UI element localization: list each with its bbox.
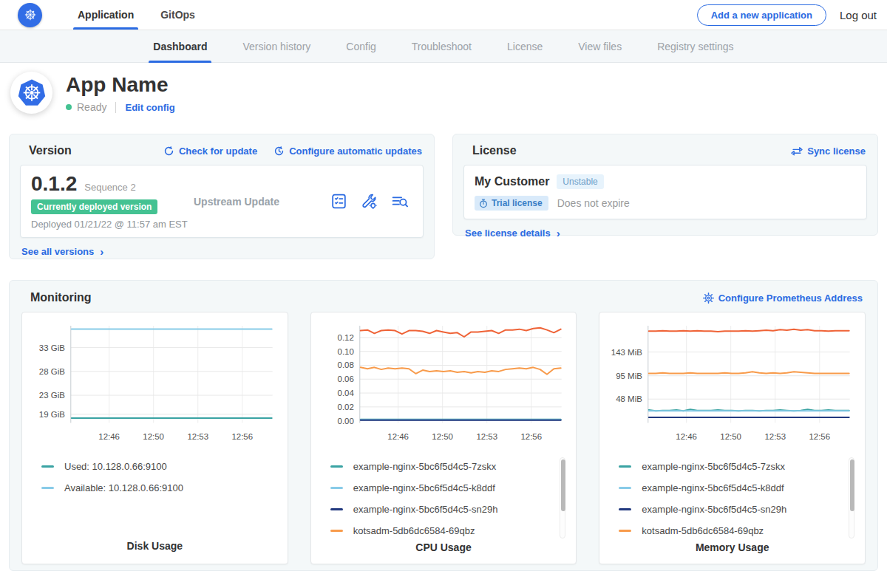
legend-scrollbar: [560, 457, 565, 539]
tab-registry-settings[interactable]: Registry settings: [639, 30, 751, 62]
see-license-details-label: See license details: [465, 228, 551, 239]
svg-text:0.08: 0.08: [337, 360, 353, 369]
svg-text:19 GiB: 19 GiB: [39, 410, 65, 419]
legend-label: example-nginx-5bc6f5d4c5-sn29h: [642, 504, 786, 515]
tab-gitops-label: GitOps: [160, 9, 195, 21]
svg-text:12:46: 12:46: [676, 432, 698, 441]
memory-usage-title: Memory Usage: [608, 541, 856, 556]
legend-item: example-nginx-5bc6f5d4c5-sn29h: [330, 499, 568, 520]
tab-application-label: Application: [78, 9, 134, 21]
gear-icon: [703, 293, 714, 304]
tab-license[interactable]: License: [489, 30, 560, 62]
status-badge: Ready: [77, 101, 106, 113]
scrollbar-thumb[interactable]: [850, 459, 854, 511]
legend-label: example-nginx-5bc6f5d4c5-7zskx: [353, 461, 497, 472]
disk-usage-legend: Used: 10.128.0.66:9100Available: 10.128.…: [31, 456, 279, 502]
add-application-button[interactable]: Add a new application: [697, 4, 826, 26]
tab-config-label: Config: [346, 41, 375, 52]
svg-text:0.00: 0.00: [337, 417, 353, 425]
svg-text:12:46: 12:46: [387, 432, 409, 441]
logout-button[interactable]: Log out: [840, 9, 877, 21]
license-details-box: My Customer Unstable Trial license Does …: [463, 165, 867, 219]
scrollbar-thumb[interactable]: [561, 459, 565, 511]
legend-label: example-nginx-5bc6f5d4c5-7zskx: [642, 461, 785, 472]
configure-prometheus-link[interactable]: Configure Prometheus Address: [703, 293, 863, 304]
refresh-icon: [163, 146, 174, 157]
svg-text:0.02: 0.02: [337, 403, 353, 411]
disk-usage-title: Disk Usage: [31, 540, 279, 555]
view-diff-icon[interactable]: [390, 192, 409, 211]
svg-text:12:56: 12:56: [809, 432, 831, 441]
legend-swatch: [41, 487, 54, 489]
tab-config[interactable]: Config: [328, 30, 393, 62]
legend-swatch: [619, 508, 631, 510]
deployed-timestamp: Deployed 01/21/22 @ 11:57 am EST: [31, 219, 194, 230]
legend-label: Used: 10.128.0.66:9100: [64, 461, 167, 472]
tab-view-files-label: View files: [578, 41, 622, 52]
kubernetes-logo-icon: [18, 3, 42, 27]
edit-config-link[interactable]: Edit config: [125, 102, 174, 113]
sync-license-link[interactable]: Sync license: [791, 146, 866, 157]
license-card-title: License: [472, 144, 517, 157]
app-logo: [10, 72, 52, 114]
legend-item: kotsadm-5db6dc6584-69qbz: [619, 520, 856, 541]
legend-label: example-nginx-5bc6f5d4c5-k8ddf: [353, 482, 495, 493]
version-number: 0.1.2: [31, 174, 77, 194]
svg-text:12:53: 12:53: [765, 432, 786, 441]
svg-text:48 MiB: 48 MiB: [616, 394, 643, 403]
tab-gitops[interactable]: GitOps: [147, 0, 208, 30]
app-sub-nav: Dashboard Version history Config Trouble…: [0, 30, 887, 63]
svg-text:12:53: 12:53: [476, 432, 497, 441]
trial-license-badge: Trial license: [475, 196, 548, 211]
tab-application[interactable]: Application: [64, 0, 147, 30]
monitoring-title: Monitoring: [30, 291, 92, 304]
legend-item: example-nginx-5bc6f5d4c5-7zskx: [619, 456, 856, 477]
legend-swatch: [41, 465, 54, 468]
tab-version-history-label: Version history: [242, 41, 310, 52]
summary-cards-row: Version Check for update Configure au: [9, 134, 878, 259]
legend-label: kotsadm-5db6dc6584-69qbz: [353, 525, 475, 536]
cpu-usage-card: 12:4612:5012:5312:560.000.020.040.060.08…: [310, 312, 577, 564]
legend-label: Available: 10.128.0.66:9100: [64, 482, 183, 493]
app-header: App Name Ready Edit config: [0, 63, 887, 126]
memory-usage-card: 12:4612:5012:5312:5648 MiB95 MiB143 MiB …: [599, 312, 866, 564]
check-for-update-label: Check for update: [179, 146, 257, 157]
charts-row: 12:4612:5012:5312:5619 GiB23 GiB28 GiB33…: [21, 312, 866, 564]
version-card: Version Check for update Configure au: [9, 134, 435, 259]
svg-text:0.12: 0.12: [337, 333, 353, 342]
legend-swatch: [619, 530, 631, 532]
memory-usage-legend: example-nginx-5bc6f5d4c5-7zskxexample-ng…: [608, 456, 856, 541]
configure-automatic-updates-link[interactable]: Configure automatic updates: [273, 146, 422, 157]
legend-scrollbar: [849, 457, 854, 539]
tab-view-files[interactable]: View files: [560, 30, 639, 62]
svg-text:28 GiB: 28 GiB: [39, 367, 65, 376]
svg-text:12:50: 12:50: [143, 432, 164, 441]
tab-version-history[interactable]: Version history: [225, 30, 328, 62]
disk-usage-card: 12:4612:5012:5312:5619 GiB23 GiB28 GiB33…: [21, 312, 288, 564]
see-license-details-link[interactable]: See license details ›: [465, 227, 560, 239]
license-card: License Sync license My Customer Unstabl…: [452, 134, 878, 236]
svg-text:143 MiB: 143 MiB: [611, 348, 642, 357]
edit-config-values-icon[interactable]: [360, 192, 378, 211]
tab-dashboard[interactable]: Dashboard: [135, 30, 225, 62]
svg-text:0.10: 0.10: [337, 347, 353, 356]
kubernetes-logo[interactable]: [18, 0, 42, 30]
see-all-versions-link[interactable]: See all versions ›: [21, 245, 103, 258]
chevron-right-icon: ›: [100, 245, 103, 258]
tab-dashboard-label: Dashboard: [153, 41, 207, 52]
legend-item: kotsadm-5db6dc6584-69qbz: [330, 520, 568, 541]
deployed-badge: Currently deployed version: [31, 199, 157, 214]
version-sequence: Sequence 2: [84, 182, 135, 193]
check-for-update-link[interactable]: Check for update: [163, 146, 257, 157]
preflight-checks-icon[interactable]: [330, 192, 348, 211]
sync-license-label: Sync license: [807, 146, 866, 157]
legend-swatch: [330, 508, 343, 510]
top-nav: Application GitOps Add a new application…: [0, 0, 887, 30]
legend-item: example-nginx-5bc6f5d4c5-k8ddf: [619, 477, 856, 499]
memory-usage-chart: 12:4612:5012:5312:5648 MiB95 MiB143 MiB: [608, 320, 856, 453]
svg-text:0.04: 0.04: [337, 389, 354, 397]
legend-label: kotsadm-5db6dc6584-69qbz: [642, 525, 764, 536]
channel-badge: Unstable: [557, 174, 603, 189]
svg-text:12:53: 12:53: [187, 432, 208, 441]
tab-troubleshoot[interactable]: Troubleshoot: [394, 30, 489, 62]
